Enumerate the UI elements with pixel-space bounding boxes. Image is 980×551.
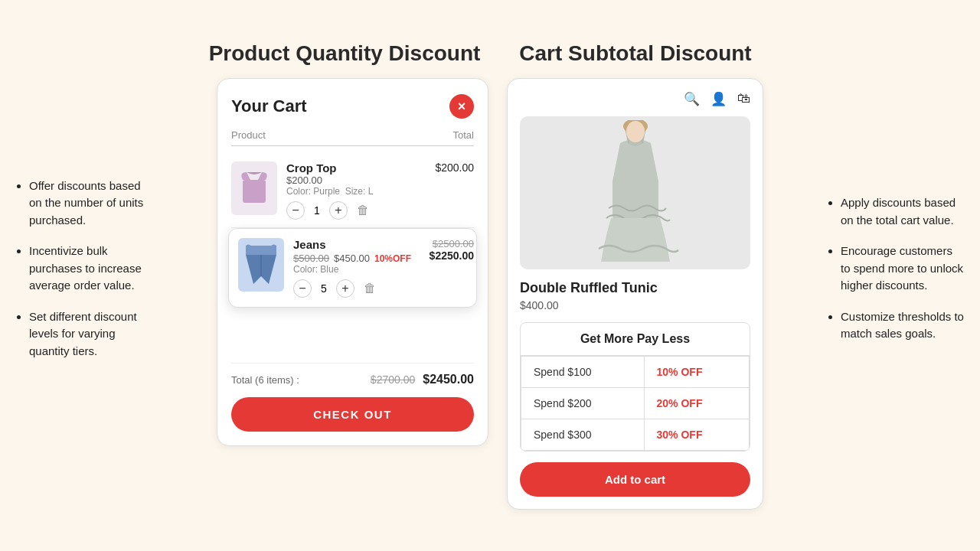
- crop-top-decrease[interactable]: −: [286, 201, 305, 220]
- product-name: Double Ruffled Tunic: [520, 280, 750, 296]
- jeans-increase[interactable]: +: [336, 279, 354, 298]
- discount-row-3: Spend $300 30% OFF: [521, 419, 750, 451]
- cart-footer: Total (6 items) : $2700.00 $2450.00 CHEC…: [231, 363, 474, 432]
- main-container: Offer discounts based on the number of u…: [0, 0, 980, 551]
- user-icon[interactable]: 👤: [710, 91, 727, 107]
- checkout-button[interactable]: CHECK OUT: [231, 397, 474, 432]
- jeans-sale-price: $450.00: [334, 253, 370, 264]
- jeans-controls: − 5 + 🗑: [293, 279, 411, 298]
- jeans-qty: 5: [318, 282, 330, 295]
- svg-rect-0: [243, 180, 266, 203]
- right-bullet-2: Encourage customers to spend more to unl…: [841, 243, 965, 295]
- cart-empty-space: [231, 308, 474, 354]
- cart-item-jeans: Jeans $500.00 $450.00 10%OFF Color: Blue…: [228, 228, 477, 308]
- spend-300: Spend $300: [521, 419, 645, 451]
- crop-top-increase[interactable]: +: [329, 201, 348, 220]
- right-section-title: Cart Subtotal Discount: [490, 41, 781, 66]
- jeans-original-price: $500.00: [293, 253, 329, 264]
- bag-icon[interactable]: 🛍: [737, 91, 750, 107]
- add-to-cart-button[interactable]: Add to cart: [520, 462, 750, 497]
- product-image-area: [520, 116, 750, 269]
- jeans-sale-total: $2250.00: [420, 249, 474, 262]
- crop-top-price: $200.00: [286, 174, 411, 186]
- jeans-item-wrapper: Jeans $500.00 $450.00 10%OFF Color: Blue…: [228, 228, 477, 308]
- crop-top-delete[interactable]: 🗑: [354, 204, 372, 217]
- panels-row: Your Cart × Product Total: [217, 78, 763, 510]
- cart-table-header: Product Total: [231, 129, 474, 146]
- discount-section: Get More Pay Less Spend $100 10% OFF Spe…: [520, 322, 750, 452]
- col-product: Product: [231, 129, 266, 141]
- off-10: 10% OFF: [644, 357, 749, 388]
- left-bullet-3: Set different discount levels for varyin…: [29, 308, 153, 360]
- discount-section-title: Get More Pay Less: [521, 323, 750, 356]
- off-20: 20% OFF: [644, 388, 749, 419]
- svg-point-5: [626, 121, 645, 142]
- left-bullets-section: Offer discounts based on the number of u…: [0, 162, 168, 390]
- jeans-color: Color: Blue: [293, 264, 411, 275]
- cart-item-crop-top: Crop Top $200.00 Color: Purple Size: L −…: [231, 154, 474, 228]
- crop-top-name: Crop Top: [286, 161, 411, 174]
- cart-title: Your Cart: [231, 96, 307, 116]
- jeans-total-col: $2500.00 $2250.00: [420, 238, 474, 262]
- off-30: 30% OFF: [644, 419, 749, 451]
- jeans-discount-badge: 10%OFF: [374, 253, 411, 264]
- search-icon[interactable]: 🔍: [684, 91, 700, 107]
- jeans-prices: $500.00 $450.00 10%OFF: [293, 253, 411, 264]
- jeans-image: [238, 238, 284, 292]
- cart-new-total: $2450.00: [423, 373, 474, 386]
- col-total: Total: [453, 129, 474, 141]
- jeans-details: Jeans $500.00 $450.00 10%OFF Color: Blue…: [293, 238, 411, 298]
- product-price: $400.00: [520, 299, 750, 311]
- jeans-decrease[interactable]: −: [293, 279, 312, 298]
- cart-panel: Your Cart × Product Total: [217, 78, 488, 446]
- spend-200: Spend $200: [521, 388, 645, 419]
- section-titles: Product Quantity Discount Cart Subtotal …: [168, 41, 812, 66]
- crop-top-meta: Color: Purple Size: L: [286, 186, 411, 197]
- crop-top-image: [231, 161, 277, 215]
- jeans-name: Jeans: [293, 238, 411, 251]
- right-bullets-section: Apply discounts based on the total cart …: [812, 179, 980, 372]
- crop-top-total: $200.00: [420, 161, 474, 174]
- discount-row-2: Spend $200 20% OFF: [521, 388, 750, 419]
- cart-header: Your Cart ×: [231, 94, 474, 119]
- left-bullet-2: Incentivize bulk purchases to increase a…: [29, 243, 153, 295]
- crop-top-controls: − 1 + 🗑: [286, 201, 411, 220]
- cart-total-label: Total (6 items) :: [231, 374, 299, 386]
- center-area: Product Quantity Discount Cart Subtotal …: [168, 41, 812, 510]
- cart-total-row: Total (6 items) : $2700.00 $2450.00: [231, 373, 474, 386]
- jeans-delete[interactable]: 🗑: [361, 282, 379, 295]
- discount-table: Spend $100 10% OFF Spend $200 20% OFF Sp…: [521, 356, 750, 451]
- crop-top-qty: 1: [311, 204, 323, 217]
- jeans-original-total: $2500.00: [420, 238, 474, 249]
- cart-old-total: $2700.00: [371, 373, 415, 386]
- left-section-title: Product Quantity Discount: [199, 41, 490, 66]
- cart-total-prices: $2700.00 $2450.00: [371, 373, 474, 386]
- close-button[interactable]: ×: [449, 94, 474, 119]
- product-panel: 🔍 👤 🛍: [507, 78, 763, 510]
- right-bullet-1: Apply discounts based on the total cart …: [841, 194, 965, 229]
- crop-top-details: Crop Top $200.00 Color: Purple Size: L −…: [286, 161, 411, 220]
- left-bullet-1: Offer discounts based on the number of u…: [29, 178, 153, 230]
- product-nav: 🔍 👤 🛍: [520, 91, 750, 107]
- discount-row-1: Spend $100 10% OFF: [521, 357, 750, 388]
- svg-rect-3: [612, 180, 658, 218]
- right-bullet-3: Customize thresholds to match sales goal…: [841, 308, 965, 343]
- spend-100: Spend $100: [521, 357, 645, 388]
